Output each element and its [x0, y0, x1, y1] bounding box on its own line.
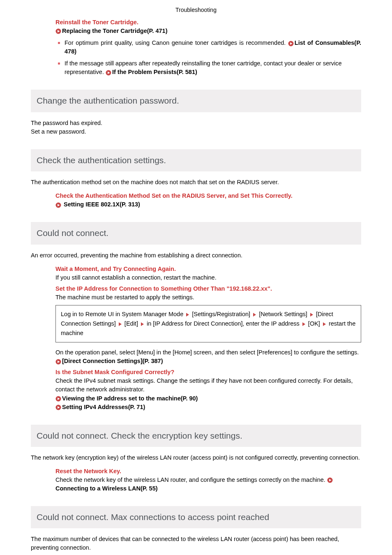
play-icon [55, 396, 61, 402]
link-text: Setting IEEE 802.1X(P. 313) [62, 201, 140, 208]
body-text: The network key (encryption key) of the … [31, 453, 361, 462]
section-encryption-key: Could not connect. Check the encryption … [31, 425, 361, 447]
body-text: An error occurred, preventing the machin… [31, 251, 361, 260]
arrow-icon [253, 312, 256, 317]
reinstall-heading: Reinstall the Toner Cartridge. [55, 18, 361, 27]
proc-text: [Settings/Registration] [190, 311, 252, 317]
section-check-auth: Check the authentication settings. [31, 149, 361, 171]
proc-text: [Edit] [123, 320, 140, 327]
direct-conn-link[interactable]: [Direct Connection Settings](P. 387) [62, 358, 163, 364]
arrow-icon [323, 322, 326, 326]
body-text: The authentication method set on the mac… [31, 178, 361, 187]
link-text: Setting IPv4 Addresses(P. 71) [62, 404, 145, 410]
body-text: The password has expired. Set a new pass… [31, 119, 361, 136]
play-icon [55, 202, 61, 208]
setting-ipv4-link[interactable]: Setting IPv4 Addresses(P. 71) [55, 403, 361, 412]
play-icon [55, 405, 61, 410]
line-text: Check the network key of the wireless LA… [55, 476, 327, 483]
problem-persists-link[interactable]: If the Problem Persists(P. 581) [112, 69, 197, 75]
line-text: The password has expired. [31, 119, 361, 127]
procedure-box: Log in to Remote UI in System Manager Mo… [55, 305, 361, 343]
ieee-link[interactable]: Setting IEEE 802.1X(P. 313) [55, 200, 361, 209]
proc-text: [OK] [307, 320, 322, 327]
body-text: If you still cannot establish a connecti… [55, 273, 361, 282]
page-header: Troubleshooting [0, 0, 392, 18]
arrow-icon [141, 322, 144, 326]
set-ip-heading: Set the IP Address for Connection to Som… [55, 284, 361, 293]
reset-network-heading: Reset the Network Key. [55, 467, 361, 476]
body-text: The machine must be restarted to apply t… [55, 293, 361, 302]
bullet-message-appears: If the message still appears after repea… [55, 59, 361, 76]
body-text: Check the network key of the wireless LA… [55, 476, 361, 484]
line-text: Set a new password. [31, 127, 361, 136]
section-change-password: Change the authentication password. [31, 90, 361, 112]
arrow-icon [186, 312, 189, 317]
proc-text: in [IP Address for Direct Connection], e… [145, 320, 301, 327]
play-icon [288, 41, 294, 46]
section-max-connections: Could not connect. Max connections to ac… [31, 506, 361, 528]
play-icon [327, 477, 333, 483]
arrow-icon [118, 322, 122, 326]
wait-moment-heading: Wait a Moment, and Try Connecting Again. [55, 265, 361, 273]
arrow-icon [302, 322, 306, 326]
arrow-icon [310, 312, 314, 317]
viewing-ip-link[interactable]: Viewing the IP address set to the machin… [55, 394, 361, 403]
line-text: On the operation panel, select [Menu] in… [55, 349, 359, 356]
link-text: Replacing the Toner Cartridge(P. 471) [62, 28, 168, 34]
play-icon [55, 359, 61, 365]
body-text: The maximum number of devices that can b… [31, 535, 361, 552]
proc-text: [Network Settings] [257, 311, 309, 317]
bullet-optimum-quality: For optimum print quality, using Canon g… [55, 39, 361, 56]
body-text: On the operation panel, select [Menu] in… [55, 348, 361, 365]
play-icon [55, 28, 61, 34]
check-auth-heading: Check the Authentication Method Set on t… [55, 192, 361, 200]
wireless-lan-link[interactable]: Connecting to a Wireless LAN(P. 55) [55, 484, 361, 493]
link-text: Viewing the IP address set to the machin… [62, 395, 198, 402]
play-icon [106, 70, 111, 76]
section-could-not-connect: Could not connect. [31, 222, 361, 244]
bullet-text: For optimum print quality, using Canon g… [65, 39, 288, 46]
replacing-cartridge-link[interactable]: Replacing the Toner Cartridge(P. 471) [55, 27, 361, 35]
proc-text: Log in to Remote UI in System Manager Mo… [61, 311, 185, 317]
subnet-heading: Is the Subnet Mask Configured Correctly? [55, 368, 361, 377]
body-text: Check the IPv4 subnet mask settings. Cha… [55, 377, 361, 394]
